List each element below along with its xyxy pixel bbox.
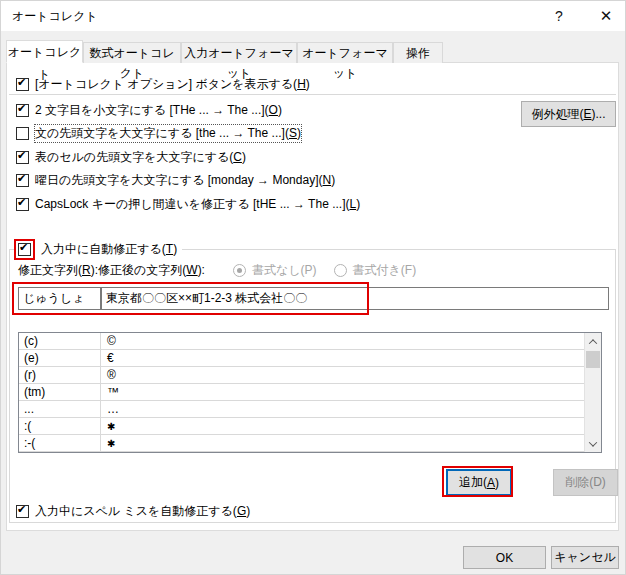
replace-cell: (tm) (19, 384, 101, 400)
dialog-title: オートコレクト (12, 1, 98, 31)
replace-cell: (r) (19, 367, 101, 383)
option-label: 表のセルの先頭文字を大文字にする(C) (35, 149, 246, 166)
option-capitalize-table-cells[interactable]: 表のセルの先頭文字を大文字にする(C) (16, 149, 246, 165)
option-label: 入力中にスペル ミスを自動修正する(G) (35, 503, 250, 520)
checkbox-icon[interactable] (16, 174, 29, 187)
option-correct-capslock[interactable]: CapsLock キーの押し間違いを修正する [tHE ... → The ..… (16, 196, 360, 212)
with-cell: ✱ (101, 421, 601, 432)
with-label: 修正後の文字列(W): (98, 262, 205, 279)
with-input[interactable] (101, 287, 609, 310)
checkbox-icon[interactable] (16, 127, 29, 140)
tab-math-autocorrect[interactable]: 数式オートコレクト (83, 42, 181, 63)
radio-plain-label: 書式なし(P) (252, 262, 317, 279)
exceptions-button[interactable]: 例外処理(E)... (521, 101, 616, 127)
add-button[interactable]: 追加(A) (446, 469, 512, 496)
replace-cell: ... (19, 401, 101, 417)
cancel-button[interactable]: キャンセル (551, 546, 619, 569)
table-scrollbar[interactable] (584, 333, 601, 452)
group-checkbox-row[interactable]: 入力中に自動修正する(T) (14, 239, 182, 260)
tab-autoformat-as-you-type[interactable]: 入力オートフォーマット (181, 42, 297, 63)
checkbox-icon[interactable] (16, 104, 29, 117)
with-cell: ® (101, 368, 601, 382)
help-icon[interactable]: ? (547, 1, 571, 31)
option-show-buttons[interactable]: [オートコレクト オプション] ボタンを表示する(H) (16, 76, 310, 92)
option-autocorrect-spelling[interactable]: 入力中にスペル ミスを自動修正する(G) (16, 503, 250, 519)
scrollbar-thumb[interactable] (586, 351, 600, 368)
option-label: [オートコレクト オプション] ボタンを表示する(H) (35, 76, 310, 93)
with-cell: ✱ (101, 438, 601, 449)
table-row[interactable]: (tm) ™ (19, 384, 601, 401)
with-cell: ™ (101, 385, 601, 399)
checkbox-icon[interactable] (18, 243, 31, 256)
replace-cell: (c) (19, 333, 101, 349)
autocorrect-dialog: オートコレクト ? ✕ オートコレクト 数式オートコレクト 入力オートフォーマッ… (0, 0, 626, 575)
delete-button: 削除(D) (553, 469, 618, 496)
tab-autoformat[interactable]: オートフォーマット (297, 42, 393, 63)
with-cell: € (101, 351, 601, 365)
table-row[interactable]: :( ✱ (19, 418, 601, 435)
scroll-down-icon[interactable] (585, 435, 601, 452)
radio-plain-text: 書式なし(P) (233, 262, 317, 279)
option-capitalize-sentences[interactable]: 文の先頭文字を大文字にする [the ... → The ...](S) (16, 125, 301, 141)
radio-icon (233, 264, 246, 277)
replace-cell: (e) (19, 350, 101, 366)
checkbox-icon[interactable] (16, 151, 29, 164)
checkbox-icon[interactable] (16, 505, 29, 518)
with-cell: © (101, 334, 601, 348)
title-bar: オートコレクト ? ✕ (1, 1, 625, 31)
scroll-up-icon[interactable] (585, 333, 601, 350)
table-row[interactable]: :-( ✱ (19, 435, 601, 452)
replace-label: 修正文字列(R): (18, 262, 98, 279)
annotation-rect-checkbox (14, 239, 35, 260)
radio-formatted-text: 書式付き(F) (334, 262, 417, 279)
replace-input[interactable] (18, 287, 101, 310)
checkbox-icon[interactable] (16, 78, 29, 91)
tab-actions[interactable]: 操作 (393, 42, 443, 63)
option-correct-two-capitals[interactable]: 2 文字目を小文字にする [THe ... → The ...](O) (16, 102, 282, 118)
option-label: 曜日の先頭文字を大文字にする [monday → Monday](N) (35, 172, 335, 189)
tab-page: [オートコレクト オプション] ボタンを表示する(H) 2 文字目を小文字にする… (6, 62, 619, 531)
separator (9, 94, 616, 95)
table-row[interactable]: (r) ® (19, 367, 601, 384)
replace-cell: :-( (19, 435, 101, 451)
option-capitalize-days[interactable]: 曜日の先頭文字を大文字にする [monday → Monday](N) (16, 172, 335, 188)
group-label: 入力中に自動修正する(T) (41, 241, 177, 258)
replace-with-labels: 修正文字列(R): 修正後の文字列(W): 書式なし(P) 書式付き(F) (18, 262, 416, 279)
replace-cell: :( (19, 418, 101, 434)
close-icon[interactable]: ✕ (591, 1, 621, 31)
table-row[interactable]: ... … (19, 401, 601, 418)
radio-icon (334, 264, 347, 277)
with-cell: … (101, 402, 601, 416)
replacement-table: (c) © (e) € (r) ® (tm) ™ ... … :( ✱ (18, 332, 602, 453)
option-label: CapsLock キーの押し間違いを修正する [tHE ... → The ..… (35, 196, 360, 213)
option-label: 2 文字目を小文字にする [THe ... → The ...](O) (35, 102, 282, 119)
ok-button[interactable]: OK (463, 546, 546, 569)
tab-autocorrect[interactable]: オートコレクト (6, 40, 83, 63)
tab-strip: オートコレクト 数式オートコレクト 入力オートフォーマット オートフォーマット … (6, 40, 443, 63)
table-row[interactable]: (e) € (19, 350, 601, 367)
option-label: 文の先頭文字を大文字にする [the ... → The ...](S) (35, 125, 301, 142)
checkbox-icon[interactable] (16, 198, 29, 211)
table-row[interactable]: (c) © (19, 333, 601, 350)
radio-formatted-label: 書式付き(F) (353, 262, 417, 279)
